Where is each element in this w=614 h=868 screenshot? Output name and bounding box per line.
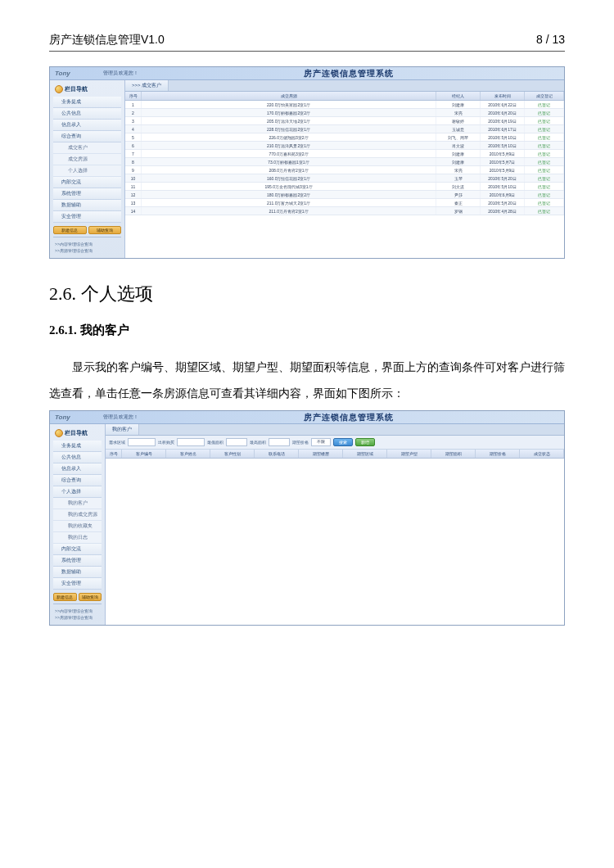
side-note[interactable]: >>房源管理综合查询 [53,613,102,620]
nav-item[interactable]: 个人选择 [53,486,102,498]
doc-title: 房产连锁信息管理V1.0 [49,33,471,47]
aux-query-button[interactable]: 辅助查询 [79,593,102,601]
cell-agent: 秦正 [436,199,481,206]
welcome-text: 管理员 欢迎您！ [103,414,139,421]
col-header: 期望区域 [343,450,387,458]
aux-query-button[interactable]: 辅助查询 [88,226,122,234]
nav-item[interactable]: 业务提成 [53,97,121,108]
new-info-button[interactable]: 新建信息 [53,226,87,234]
nav-subitem[interactable]: 成交客户 [53,142,121,154]
sidebar-header: 栏目导航 [53,427,102,441]
welcome-text: 管理员 欢迎您！ [103,70,139,77]
nav-item[interactable]: 内部交流 [53,544,102,555]
cell-agent: 罗钢 [436,207,481,215]
cell-agent: 刘文进 [436,183,481,190]
search-button[interactable]: 搜索 [333,438,353,446]
col-index: 序号 [125,92,142,100]
filter-input-min[interactable] [226,438,247,446]
cell-house: 220.0万怡美家园2室1厅 [142,101,436,108]
table-row[interactable]: 1220.0万怡美家园2室1厅刘建康2010年6月22日已登记 [125,101,564,109]
table-row[interactable]: 4228.0万恒信花园2室1厅玉诚意2010年6月17日已登记 [125,125,564,133]
nav-item[interactable]: 安全管理 [53,578,102,590]
side-note[interactable]: >>内容管理综合查询 [53,240,121,246]
cell-date: 2010年6月17日 [481,125,525,133]
cell-status: 已登记 [525,109,564,116]
table-row[interactable]: 13211.0万富力城天2室1厅秦正2010年5月20日已登记 [125,199,564,207]
table-row[interactable]: 11195.0万金色现代城3室1厅刘文进2010年5月10日已登记 [125,183,564,191]
filter-select-unit[interactable]: 不限 [311,438,331,446]
table-row[interactable]: 873.0万丽都嘉园1室1厅刘建康2010年5月7日已登记 [125,158,564,166]
side-note[interactable]: >>房源管理综合查询 [53,246,121,253]
table-row[interactable]: 6210.0万远洋风景2室1厅肖文波2010年5月10日已登记 [125,142,564,150]
cell-house: 770.0万嘉和苑3室2厅 [142,150,436,157]
cell-date: 2010年4月28日 [481,207,525,215]
sidebar: 栏目导航 业务提成 公共信息 信息录入 综合查询 成交客户 成交房源 个人选择 … [50,80,125,258]
filter-select-way[interactable] [177,438,205,446]
table-row[interactable]: 7770.0万嘉和苑3室2厅刘建康2010年5月9日已登记 [125,150,564,158]
cell-house: 226.0万健翔园3室2厅 [142,133,436,141]
cell-status: 已登记 [525,191,564,198]
cell-index: 6 [125,142,142,149]
col-date: 发布时间 [481,92,525,100]
side-note[interactable]: >>内容管理综合查询 [53,607,102,613]
nav-item[interactable]: 系统管理 [53,188,121,200]
col-status: 成交登记 [525,92,564,100]
add-button[interactable]: 新增 [355,438,375,446]
tab-myclients[interactable]: 我的客户 [106,424,139,435]
nav-subitem[interactable]: 个人选择 [53,165,121,177]
nav-subitem[interactable]: 我的成交房源 [53,509,102,521]
filter-input-area[interactable] [128,438,156,446]
cell-agent: 刘建康 [436,101,481,108]
cell-status: 已登记 [525,101,564,108]
nav-item[interactable]: 数据辅助 [53,200,121,211]
nav-subitem[interactable]: 成交房源 [53,154,121,165]
nav-item[interactable]: 内部交流 [53,177,121,188]
cell-house: 210.0万远洋风景2室1厅 [142,142,436,149]
col-header: 成交状态 [520,450,564,458]
nav-subitem[interactable]: 我的日志 [53,532,102,544]
cell-date: 2010年5月20日 [481,199,525,206]
compass-icon [55,429,63,437]
doc-header: 房产连锁信息管理V1.0 8 / 13 [49,33,565,52]
nav-item[interactable]: 业务提成 [53,441,102,452]
empty-table-body [106,459,564,625]
app-titlebar: Tony 管理员 欢迎您！ 房产连锁信息管理系统 [50,411,564,424]
col-header: 客户性别 [210,450,255,458]
screenshot-transactions: Tony 管理员 欢迎您！ 房产连锁信息管理系统 栏目导航 业务提成 公共信息 … [49,66,565,259]
cell-date: 2010年6月19日 [481,117,525,124]
table-row[interactable]: 2170.0万丽都嘉园2室2厅宋亮2010年6月20日已登记 [125,109,564,117]
cell-status: 已登记 [525,207,564,215]
nav-item[interactable]: 数据辅助 [53,567,102,578]
table-row[interactable]: 9208.0万丹青府2室1厅宋亮2010年5月9日已登记 [125,166,564,174]
table-row[interactable]: 3205.0万远洋天地2室1厅谢敏婷2010年6月19日已登记 [125,117,564,125]
tab-transactions[interactable]: >>> 成交客户 [125,80,169,91]
nav-item[interactable]: 安全管理 [53,211,121,223]
cell-house: 170.0万丽都嘉园2室2厅 [142,109,436,116]
new-info-button[interactable]: 新建信息 [53,593,77,601]
cell-index: 8 [125,158,142,165]
filter-input-max[interactable] [269,438,290,446]
cell-agent: 宋亮 [436,166,481,174]
table-row[interactable]: 14211.0万丹青府2室1厅罗钢2010年4月28日已登记 [125,207,564,215]
cell-date: 2010年5月10日 [481,133,525,141]
nav-subitem[interactable]: 我的客户 [53,498,102,509]
cell-date: 2010年5月10日 [481,183,525,190]
cell-date: 2010年5月9日 [481,166,525,174]
nav-item[interactable]: 公共信息 [53,108,121,120]
sidebar: 栏目导航 业务提成 公共信息 信息录入 综合查询 个人选择 我的客户 我的成交房… [50,424,106,625]
nav-item[interactable]: 系统管理 [53,555,102,567]
page-indicator: 8 / 13 [536,33,565,47]
filter-label-area: 需求区域 [109,440,125,445]
nav-item[interactable]: 综合查询 [53,131,121,142]
cell-house: 160.0万恒信花园2室1厅 [142,174,436,182]
nav-item[interactable]: 综合查询 [53,475,102,486]
nav-subitem[interactable]: 我的收藏夹 [53,521,102,532]
table-row[interactable]: 5226.0万健翔园3室2厅刘飞、周琴2010年5月10日已登记 [125,133,564,142]
cell-house: 205.0万远洋天地2室1厅 [142,117,436,124]
cell-index: 12 [125,191,142,198]
nav-item[interactable]: 公共信息 [53,452,102,463]
table-row[interactable]: 10160.0万恒信花园2室1厅玉琴2010年5月20日已登记 [125,174,564,183]
table-row[interactable]: 12180.0万丽都嘉园2室2厅尹莎2010年6月9日已登记 [125,191,564,199]
nav-item[interactable]: 信息录入 [53,120,121,131]
nav-item[interactable]: 信息录入 [53,463,102,475]
